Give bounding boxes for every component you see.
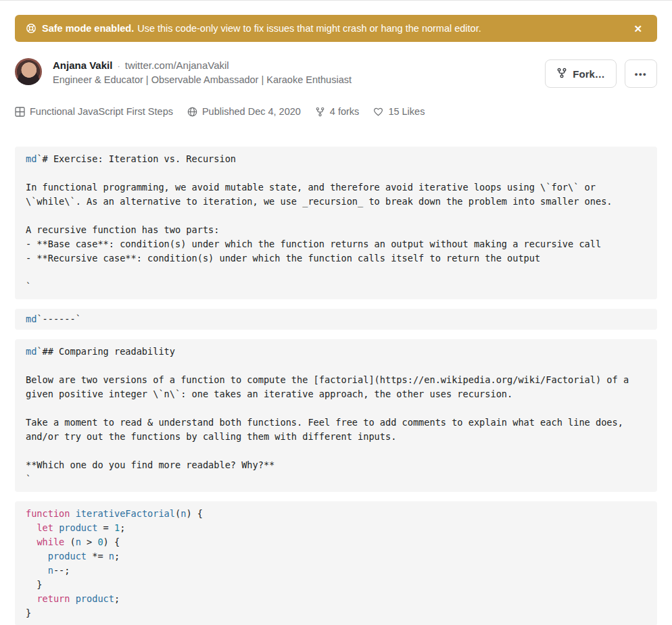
code-line: while (n > 0) { [26,535,646,549]
header-actions: Fork… ••• [545,58,657,88]
notebook-cells: md`# Exercise: Iteration vs. Recursion I… [15,147,657,625]
ellipsis-icon: ••• [635,69,647,79]
code-line: In functional programming, we avoid muta… [26,180,646,195]
code-line [26,209,646,223]
top-divider [0,0,672,1]
code-line [26,166,646,180]
published-label: Published Dec 4, 2020 [202,106,301,117]
published-status: Published Dec 4, 2020 [187,106,301,117]
forks-link[interactable]: 4 forks [315,106,360,117]
more-options-button[interactable]: ••• [625,59,657,88]
banner-message: Use this code-only view to fix issues th… [137,23,621,34]
dot-separator: · [117,59,120,73]
code-line: Below are two versions of a function to … [26,373,646,387]
code-cell-js-iterative-factorial[interactable]: function iterativeFactorial(n) { let pro… [15,501,657,625]
code-line [26,359,646,373]
author-profile-link[interactable]: twitter.com/AnjanaVakil [125,59,229,72]
heart-icon [373,107,383,117]
fork-count-icon [315,107,325,117]
code-line: ` [26,280,646,294]
author-info: Anjana Vakil · twitter.com/AnjanaVakil E… [53,58,545,86]
likes-button[interactable]: 15 Likes [373,106,425,117]
life-ring-icon [26,23,37,34]
code-line: \`while\`. As an alternative to iteratio… [26,195,646,209]
code-cell-markdown-readability[interactable]: md`## Comparing readability Below are tw… [15,339,657,492]
code-line: - **Base case**: condition(s) under whic… [26,237,646,251]
code-line: - **Recursive case**: condition(s) under… [26,251,646,266]
notebook-meta: Functional JavaScript First Steps Publis… [15,106,657,117]
likes-label: 15 Likes [388,106,425,117]
code-line: md`------` [26,312,646,326]
banner-title: Safe mode enabled. [42,23,134,34]
collection-label: Functional JavaScript First Steps [30,106,173,117]
code-line: } [26,606,646,620]
code-line: md`## Comparing readability [26,345,646,359]
notebook-header: Anjana Vakil · twitter.com/AnjanaVakil E… [15,58,657,88]
code-line: Take a moment to read & understand both … [26,416,646,430]
fork-icon [556,68,567,80]
code-cell-markdown-divider[interactable]: md`------` [15,309,657,330]
author-name[interactable]: Anjana Vakil [53,59,112,72]
code-line: function iterativeFactorial(n) { [26,507,646,521]
close-icon[interactable]: ✕ [629,21,646,36]
code-line: md`# Exercise: Iteration vs. Recursion [26,152,646,166]
code-line: let product = 1; [26,521,646,535]
collection-icon [15,107,25,117]
code-cell-markdown-exercise[interactable]: md`# Exercise: Iteration vs. Recursion I… [15,147,657,299]
code-line: } [26,578,646,592]
code-line: and/or try out the functions by calling … [26,430,646,444]
code-line: return product; [26,592,646,606]
fork-button-label: Fork… [573,68,605,80]
globe-icon [187,107,197,117]
code-line: product *= n; [26,549,646,564]
code-line [26,266,646,280]
code-line [26,401,646,416]
author-bio: Engineer & Educator | Observable Ambassa… [53,73,545,86]
code-line: A recursive function has two parts: [26,223,646,237]
code-line: given positive integer \`n\`: one takes … [26,387,646,401]
forks-label: 4 forks [330,106,360,117]
safe-mode-banner: Safe mode enabled. Use this code-only vi… [15,15,657,42]
avatar[interactable] [15,58,42,85]
code-line [26,444,646,458]
fork-button[interactable]: Fork… [545,59,617,88]
code-line: **Which one do you find more readable? W… [26,458,646,472]
collection-link[interactable]: Functional JavaScript First Steps [15,106,173,117]
code-line: n--; [26,564,646,578]
code-line: ` [26,472,646,486]
